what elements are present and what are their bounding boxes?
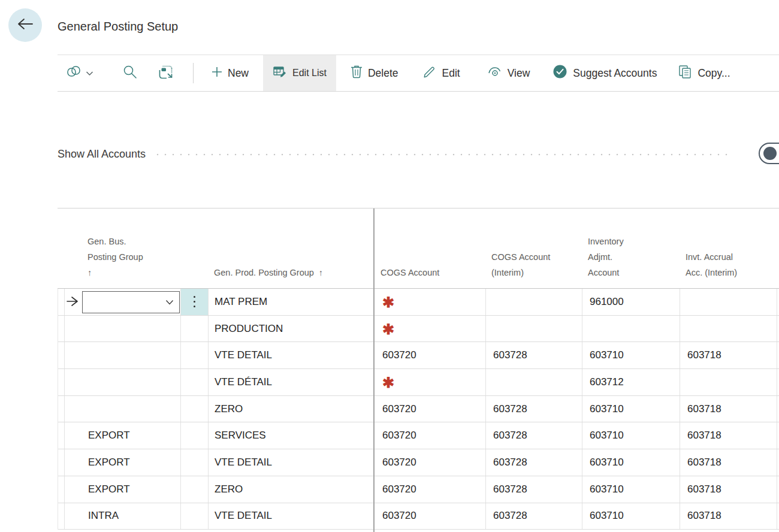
dotted-leader: [156, 153, 731, 156]
general-posting-setup-table: Gen. Bus. Posting Group ↑ Gen. Prod. Pos…: [58, 208, 779, 532]
pencil-icon: [422, 65, 437, 82]
check-circle-icon: [552, 64, 567, 82]
cell-cogs[interactable]: ✱: [375, 316, 486, 342]
current-row-arrow-icon: [67, 296, 80, 310]
sort-ascending-icon: ↑: [87, 265, 92, 280]
cell-cogs[interactable]: ✱: [375, 369, 486, 395]
column-header-cogs-account[interactable]: COGS Account: [375, 208, 485, 288]
cell-cogs[interactable]: ✱: [375, 289, 486, 315]
cell-inv-adjmt[interactable]: [582, 316, 680, 342]
cell-gen-bus[interactable]: EXPORT: [65, 422, 181, 449]
column-header-gen-bus-posting-group[interactable]: Gen. Bus. Posting Group ↑: [64, 208, 180, 288]
cell-gen-prod[interactable]: MAT PREM: [209, 289, 374, 315]
table-header-row: Gen. Bus. Posting Group ↑ Gen. Prod. Pos…: [58, 208, 779, 289]
cell-gen-prod[interactable]: PRODUCTION: [209, 316, 374, 342]
cell-gen-prod[interactable]: VTE DETAIL: [209, 342, 374, 368]
switch-views-icon: [66, 64, 83, 82]
suggest-accounts-button[interactable]: Suggest Accounts: [552, 64, 657, 82]
view-button[interactable]: View: [487, 65, 530, 82]
cell-gen-bus[interactable]: INTRA: [65, 503, 181, 530]
table-row: EXPORT VTE DETAIL 603720 603728 603710 6…: [58, 449, 779, 476]
cell-inv-adjmt[interactable]: 603710: [582, 422, 680, 449]
cell-invt-accrual[interactable]: 603718: [680, 342, 777, 368]
cell-inv-adjmt[interactable]: 603710: [582, 342, 680, 368]
cell-gen-bus[interactable]: [65, 396, 181, 422]
toggle-knob: [763, 147, 777, 160]
edit-list-button[interactable]: Edit List: [263, 55, 336, 91]
table-row: MAT PREM ✱ 961000: [58, 289, 779, 316]
cell-cogs-interim[interactable]: [486, 316, 582, 342]
copy-button[interactable]: Copy...: [678, 65, 730, 82]
cell-gen-bus[interactable]: EXPORT: [65, 476, 181, 503]
cell-gen-bus[interactable]: [65, 342, 181, 368]
cell-cogs-interim[interactable]: 603728: [486, 503, 582, 530]
table-body: MAT PREM ✱ 961000 PRODUCTION ✱ VT: [58, 289, 779, 530]
view-eye-icon: [487, 65, 502, 82]
cell-invt-accrual[interactable]: 603718: [680, 503, 777, 530]
table-row: EXPORT ZERO 603720 603728 603710 603718: [58, 476, 779, 503]
search-button[interactable]: [122, 65, 137, 82]
column-header-gen-prod-posting-group[interactable]: Gen. Prod. Posting Group ↑: [208, 208, 373, 288]
cell-inv-adjmt[interactable]: 603710: [582, 503, 680, 530]
cell-cogs-interim[interactable]: 603728: [486, 476, 582, 503]
cell-gen-bus[interactable]: EXPORT: [65, 449, 181, 476]
cell-invt-accrual[interactable]: 603718: [680, 476, 777, 503]
copy-docs-icon: [678, 65, 692, 82]
table-row: ZERO 603720 603728 603710 603718: [58, 396, 779, 423]
page-title: General Posting Setup: [58, 20, 178, 34]
gen-bus-posting-group-combobox[interactable]: [82, 291, 180, 313]
delete-button[interactable]: Delete: [351, 65, 398, 81]
cell-cogs[interactable]: 603720: [375, 342, 486, 368]
cell-cogs[interactable]: 603720: [375, 396, 486, 422]
column-header-cogs-account-interim[interactable]: COGS Account (Interim): [485, 208, 582, 288]
cell-cogs[interactable]: 603720: [375, 476, 486, 503]
edit-button[interactable]: Edit: [422, 65, 460, 82]
cell-gen-prod[interactable]: VTE DETAIL: [209, 449, 374, 476]
cell-cogs-interim[interactable]: 603728: [486, 396, 582, 422]
cell-cogs-interim[interactable]: [486, 289, 582, 315]
cell-gen-prod[interactable]: ZERO: [209, 396, 374, 422]
column-header-invt-accrual-acc-interim[interactable]: Invt. Accrual Acc. (Interim): [680, 208, 777, 288]
cell-gen-bus[interactable]: [65, 316, 181, 342]
cell-cogs-interim[interactable]: 603728: [486, 449, 582, 476]
cell-gen-prod[interactable]: VTE DETAIL: [209, 503, 374, 530]
cell-invt-accrual[interactable]: [680, 316, 777, 342]
switch-views-button[interactable]: [66, 64, 93, 82]
cell-inv-adjmt[interactable]: 603710: [582, 449, 680, 476]
show-all-accounts-row: Show All Accounts: [58, 144, 779, 164]
analyze-button[interactable]: [158, 64, 174, 83]
cell-cogs[interactable]: 603720: [375, 503, 486, 530]
cell-gen-prod[interactable]: VTE DÉTAIL: [209, 369, 374, 395]
cell-inv-adjmt[interactable]: 603712: [582, 369, 680, 395]
chevron-down-icon: [86, 68, 93, 78]
show-all-accounts-toggle[interactable]: [759, 143, 779, 164]
cell-gen-bus[interactable]: [65, 289, 181, 315]
table-row: PRODUCTION ✱: [58, 316, 779, 343]
edit-list-icon: [273, 65, 287, 81]
cell-invt-accrual[interactable]: 603718: [680, 449, 777, 476]
row-options-button[interactable]: [181, 289, 209, 315]
column-header-inventory-adjmt-account[interactable]: Inventory Adjmt. Account: [582, 208, 680, 288]
plus-icon: [212, 66, 222, 80]
cell-cogs-interim[interactable]: 603728: [486, 422, 582, 449]
cell-inv-adjmt[interactable]: 603710: [582, 476, 680, 503]
cell-gen-bus[interactable]: [65, 369, 181, 395]
cell-gen-prod[interactable]: SERVICES: [209, 422, 374, 449]
back-button[interactable]: [8, 8, 42, 42]
new-button[interactable]: New: [212, 66, 249, 80]
cell-cogs-interim[interactable]: [486, 369, 582, 395]
cell-invt-accrual[interactable]: [680, 369, 777, 395]
cell-cogs-interim[interactable]: 603728: [486, 342, 582, 368]
back-arrow-icon: [16, 17, 34, 33]
table-row: VTE DETAIL 603720 603728 603710 603718: [58, 342, 779, 369]
chevron-down-icon: [165, 300, 174, 305]
cell-invt-accrual[interactable]: [680, 289, 777, 315]
cell-inv-adjmt[interactable]: 961000: [582, 289, 680, 315]
cell-invt-accrual[interactable]: 603718: [680, 396, 777, 422]
cell-cogs[interactable]: 603720: [375, 422, 486, 449]
cell-gen-prod[interactable]: ZERO: [209, 476, 374, 503]
table-row: EXPORT SERVICES 603720 603728 603710 603…: [58, 422, 779, 449]
cell-invt-accrual[interactable]: 603718: [680, 422, 777, 449]
cell-inv-adjmt[interactable]: 603710: [582, 396, 680, 422]
cell-cogs[interactable]: 603720: [375, 449, 486, 476]
